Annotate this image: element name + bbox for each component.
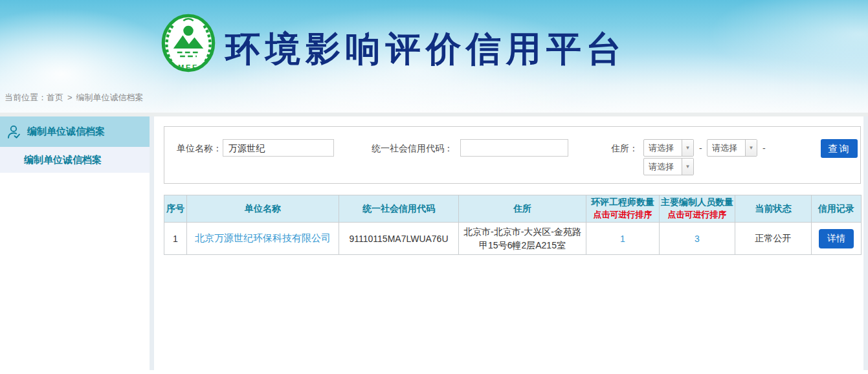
site-header: MEE 环境影响评价信用平台 当前位置：首页>编制单位诚信档案 <box>0 0 868 116</box>
breadcrumb-separator: > <box>67 93 72 102</box>
address-text: 北京市-北京市-大兴区-金苑路甲15号6幢2层A215室 <box>462 225 583 252</box>
address-dash-2: - <box>762 139 766 157</box>
col-header-staff-count-label: 主要编制人员数量 <box>661 197 733 208</box>
district-select[interactable]: 请选择 ▼ <box>643 158 694 175</box>
city-select-button[interactable]: ▼ <box>745 140 757 156</box>
breadcrumb-prefix: 当前位置： <box>5 93 47 102</box>
user-check-icon <box>6 124 21 140</box>
col-header-staff-count[interactable]: 主要编制人员数量 点击可进行排序 <box>660 195 735 223</box>
cell-credit-code: 91110115MA7LWUA76U <box>339 223 459 255</box>
cell-address: 北京市-北京市-大兴区-金苑路甲15号6幢2层A215室 <box>459 223 586 255</box>
cell-index: 1 <box>164 223 187 255</box>
sidebar-item-label: 编制单位诚信档案 <box>27 126 105 138</box>
chevron-down-icon: ▼ <box>749 146 754 151</box>
city-select[interactable]: 请选择 ▼ <box>707 139 757 157</box>
address-dash-1: - <box>699 139 702 157</box>
chevron-down-icon: ▼ <box>685 146 691 151</box>
sidebar-content-divider <box>150 116 154 370</box>
sidebar: 编制单位诚信档案 编制单位诚信档案 <box>0 116 150 370</box>
result-table: 序号 单位名称 统一社会信用代码 住所 环评工程师数量 点击可进行排序 主要编制… <box>164 195 862 255</box>
col-header-status: 当前状态 <box>735 195 812 223</box>
cell-status: 正常公开 <box>735 223 812 255</box>
table-header-row: 序号 单位名称 统一社会信用代码 住所 环评工程师数量 点击可进行排序 主要编制… <box>164 195 862 223</box>
sidebar-subitem-label: 编制单位诚信档案 <box>24 154 102 166</box>
cell-staff-count: 3 <box>660 223 735 255</box>
staff-count-sort-hint[interactable]: 点击可进行排序 <box>661 209 733 221</box>
chevron-down-icon: ▼ <box>685 164 691 170</box>
district-select-button[interactable]: ▼ <box>682 159 693 175</box>
company-link[interactable]: 北京万源世纪环保科技有限公司 <box>195 232 331 243</box>
page-title: 环境影响评价信用平台 <box>225 26 627 73</box>
district-select-value: 请选择 <box>644 159 682 175</box>
province-select[interactable]: 请选择 ▼ <box>643 139 694 157</box>
breadcrumb: 当前位置：首页>编制单位诚信档案 <box>5 92 144 104</box>
province-select-button[interactable]: ▼ <box>682 140 693 156</box>
col-header-address: 住所 <box>459 195 586 223</box>
col-header-engineer-count-label: 环评工程师数量 <box>588 197 658 208</box>
search-panel: 单位名称： 统一社会信用代码： 住所： 请选择 ▼ - 请选择 ▼ - 请选择 … <box>164 126 861 184</box>
address-label: 住所： <box>611 139 638 157</box>
main-area: 编制单位诚信档案 编制单位诚信档案 单位名称： 统一社会信用代码： 住所： 请选… <box>0 116 868 370</box>
company-name-label: 单位名称： <box>177 139 222 157</box>
cell-credit-record: 详情 <box>812 223 862 255</box>
breadcrumb-current: 编制单位诚信档案 <box>76 93 144 102</box>
province-select-value: 请选择 <box>644 140 682 156</box>
engineer-count-link[interactable]: 1 <box>620 234 625 244</box>
cell-engineer-count: 1 <box>586 223 660 255</box>
sidebar-item-unit-credit-archive[interactable]: 编制单位诚信档案 <box>0 116 150 147</box>
col-header-index: 序号 <box>164 195 187 223</box>
content-area: 单位名称： 统一社会信用代码： 住所： 请选择 ▼ - 请选择 ▼ - 请选择 … <box>154 116 863 370</box>
credit-code-label: 统一社会信用代码： <box>372 139 453 157</box>
mee-logo-icon: MEE <box>161 13 216 76</box>
col-header-credit-record: 信用记录 <box>812 195 862 223</box>
table-row: 1 北京万源世纪环保科技有限公司 91110115MA7LWUA76U 北京市-… <box>164 223 862 255</box>
company-name-input[interactable] <box>223 139 334 157</box>
engineer-count-sort-hint[interactable]: 点击可进行排序 <box>588 209 658 221</box>
city-select-value: 请选择 <box>707 140 745 156</box>
query-button[interactable]: 查询 <box>821 139 858 158</box>
detail-button[interactable]: 详情 <box>819 229 854 248</box>
sidebar-subitem-unit-credit-archive[interactable]: 编制单位诚信档案 <box>0 147 150 173</box>
credit-code-input[interactable] <box>460 139 568 157</box>
col-header-company: 单位名称 <box>187 195 339 223</box>
staff-count-link[interactable]: 3 <box>695 234 700 244</box>
logo-text: MEE <box>178 63 199 71</box>
col-header-engineer-count[interactable]: 环评工程师数量 点击可进行排序 <box>586 195 660 223</box>
page: MEE 环境影响评价信用平台 当前位置：首页>编制单位诚信档案 编制单位诚信档案… <box>0 0 868 374</box>
col-header-credit-code: 统一社会信用代码 <box>339 195 459 223</box>
breadcrumb-home-link[interactable]: 首页 <box>47 93 63 102</box>
cell-company: 北京万源世纪环保科技有限公司 <box>187 223 339 255</box>
